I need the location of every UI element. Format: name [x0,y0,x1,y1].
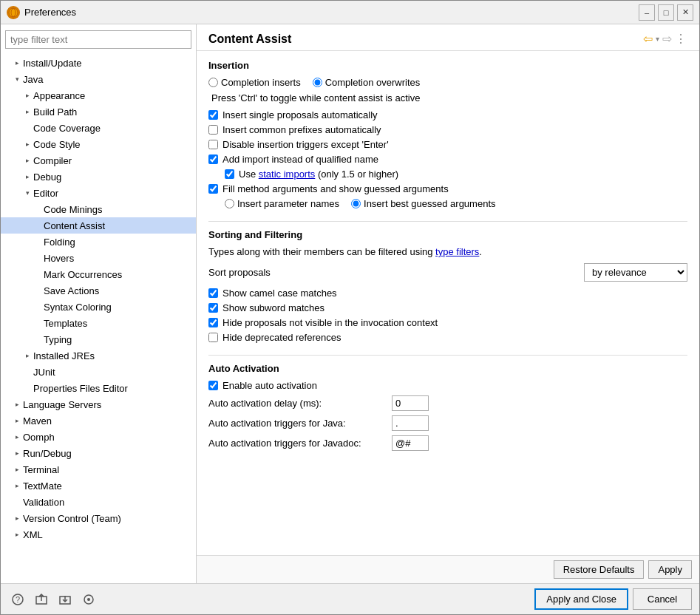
minimize-button[interactable]: – [639,4,655,21]
help-button[interactable]: ? [8,590,27,609]
sidebar-item-content-assist[interactable]: Content Assist [1,217,196,234]
checkbox-insert-single-input[interactable] [208,110,218,120]
dropdown-icon[interactable]: ▾ [656,35,659,43]
maximize-button[interactable]: □ [658,4,674,21]
arrow-back-icon[interactable]: ⇦ [643,32,653,46]
label-version-control: Version Control (Team) [23,513,121,524]
sidebar-item-xml[interactable]: XML [1,526,196,543]
sidebar-item-language-servers[interactable]: Language Servers [1,396,196,412]
import-button[interactable] [55,590,75,609]
checkbox-add-import[interactable]: Add import instead of qualified name [208,154,687,165]
sidebar-item-version-control[interactable]: Version Control (Team) [1,510,196,526]
checkbox-disable-triggers-input[interactable] [208,140,218,149]
checkbox-hide-deprecated[interactable]: Hide deprecated references [208,332,687,343]
sidebar-item-maven[interactable]: Maven [1,412,196,429]
arrow-forward-icon[interactable]: ⇨ [662,32,672,46]
export-button[interactable] [32,590,51,609]
svg-point-0 [9,8,18,17]
sidebar-item-compiler[interactable]: Compiler [1,152,196,169]
type-filters-link[interactable]: type filters [435,246,479,257]
sidebar-item-installed-jres[interactable]: Installed JREs [1,347,196,364]
checkbox-hide-deprecated-input[interactable] [208,333,218,342]
checkbox-insert-common[interactable]: Insert common prefixes automatically [208,124,687,135]
sidebar-item-folding[interactable]: Folding [1,234,196,250]
checkbox-disable-triggers[interactable]: Disable insertion triggers except 'Enter… [208,139,687,150]
sort-proposals-select[interactable]: by relevance alphabetically [584,263,687,282]
label-terminal: Terminal [23,464,59,475]
radio-param-names-input[interactable] [225,199,234,208]
checkbox-insert-single[interactable]: Insert single proposals automatically [208,109,687,120]
sidebar-item-build-path[interactable]: Build Path [1,103,196,120]
checkbox-use-static[interactable]: Use static imports (only 1.5 or higher) [225,169,687,180]
sidebar-item-junit[interactable]: JUnit [1,364,196,380]
sidebar-item-save-actions[interactable]: Save Actions [1,282,196,299]
radio-overwrites[interactable]: Completion overwrites [313,77,421,88]
checkbox-enable-auto-input[interactable] [208,381,218,390]
javadoc-trigger-input[interactable] [392,435,429,451]
checkbox-insert-common-input[interactable] [208,125,218,135]
apply-button[interactable]: Apply [648,560,692,579]
label-compiler: Compiler [33,155,72,166]
static-imports-link[interactable]: static imports [259,169,316,180]
sidebar-item-code-coverage[interactable]: Code Coverage [1,120,196,136]
radio-overwrites-input[interactable] [313,78,322,87]
sidebar-item-debug[interactable]: Debug [1,169,196,185]
checkbox-use-static-input[interactable] [225,169,234,179]
checkbox-hide-proposals[interactable]: Hide proposals not visible in the invoca… [208,317,687,328]
sidebar-item-run-debug[interactable]: Run/Debug [1,445,196,461]
checkbox-camel-case[interactable]: Show camel case matches [208,288,687,299]
radio-best-guessed[interactable]: Insert best guessed arguments [351,198,496,209]
sidebar-item-install-update[interactable]: Install/Update [1,55,196,71]
sidebar-item-mark-occurrences[interactable]: Mark Occurrences [1,266,196,282]
title-bar-left: Preferences [7,6,76,19]
sidebar-item-appearance[interactable]: Appearance [1,87,196,103]
filter-input[interactable] [5,30,191,49]
sidebar-item-syntax-coloring[interactable]: Syntax Coloring [1,299,196,315]
radio-inserts[interactable]: Completion inserts [208,77,301,88]
arrow-textmate [11,480,23,492]
delay-input[interactable] [392,395,429,411]
sidebar-item-hovers[interactable]: Hovers [1,250,196,266]
restore-defaults-button[interactable]: Restore Defaults [554,560,645,579]
radio-best-guessed-input[interactable] [351,199,361,208]
sidebar-item-terminal[interactable]: Terminal [1,461,196,478]
apply-close-button[interactable]: Apply and Close [534,588,628,610]
radio-param-names[interactable]: Insert parameter names [225,198,339,209]
sidebar-item-code-style[interactable]: Code Style [1,136,196,152]
label-oomph: Oomph [23,432,55,443]
sidebar-item-textmate[interactable]: TextMate [1,478,196,494]
checkbox-camel-case-input[interactable] [208,288,218,298]
label-build-path: Build Path [33,106,77,118]
checkbox-enable-auto[interactable]: Enable auto activation [208,380,687,391]
radio-overwrites-label: Completion overwrites [325,77,421,88]
java-trigger-input[interactable] [392,415,429,431]
sidebar-item-properties-files[interactable]: Properties Files Editor [1,380,196,396]
checkbox-hide-proposals-input[interactable] [208,318,218,327]
link-button[interactable] [79,590,98,609]
sidebar-item-oomph[interactable]: Oomph [1,429,196,445]
checkbox-fill-method[interactable]: Fill method arguments and show guessed a… [208,183,687,194]
cancel-button[interactable]: Cancel [633,588,692,610]
import-icon [59,594,71,605]
checkbox-fill-method-input[interactable] [208,184,218,194]
checkbox-subword[interactable]: Show subword matches [208,302,687,313]
label-run-debug: Run/Debug [23,448,72,459]
checkbox-add-import-input[interactable] [208,154,218,164]
sidebar-item-typing[interactable]: Typing [1,331,196,347]
sidebar-item-validation[interactable]: Validation [1,494,196,510]
sorting-hint: Types along with their members can be fi… [208,246,687,257]
label-syntax-coloring: Syntax Coloring [44,302,112,313]
sidebar-item-java[interactable]: Java [1,71,196,87]
menu-icon[interactable]: ⋮ [675,32,687,46]
radio-inserts-input[interactable] [208,78,218,87]
checkbox-subword-input[interactable] [208,303,218,313]
label-templates: Templates [44,318,87,329]
auto-activation-title: Auto Activation [208,363,687,374]
radio-param-names-label: Insert parameter names [237,198,339,209]
close-button[interactable]: ✕ [677,4,693,21]
sidebar-item-editor[interactable]: Editor [1,185,196,201]
checkbox-insert-common-label: Insert common prefixes automatically [222,124,381,135]
sidebar-item-templates[interactable]: Templates [1,315,196,331]
sidebar-item-code-minings[interactable]: Code Minings [1,201,196,217]
insertion-section: Insertion Completion inserts Completion … [208,60,687,209]
